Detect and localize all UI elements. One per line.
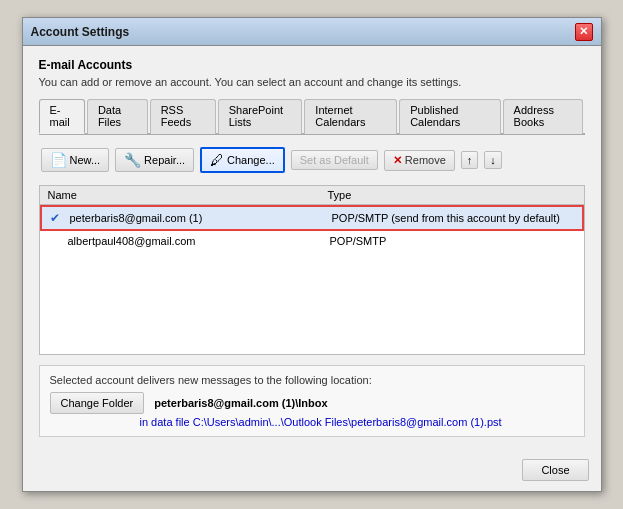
repair-button[interactable]: 🔧 Repair... — [115, 148, 194, 172]
data-file-path: in data file C:\Users\admin\...\Outlook … — [140, 416, 574, 428]
change-label: Change... — [227, 154, 275, 166]
window-title: Account Settings — [31, 25, 130, 39]
bottom-bar: Close — [23, 449, 601, 491]
remove-button[interactable]: ✕ Remove — [384, 150, 455, 171]
table-header: Name Type — [40, 186, 584, 205]
tab-sharepoint-lists[interactable]: SharePoint Lists — [218, 99, 303, 134]
tabs-row: E-mail Data Files RSS Feeds SharePoint L… — [39, 98, 585, 135]
section-title: E-mail Accounts — [39, 58, 585, 72]
table-row[interactable]: albertpaul408@gmail.com POP/SMTP — [40, 231, 584, 251]
column-type-header: Type — [328, 189, 576, 201]
tab-data-files[interactable]: Data Files — [87, 99, 148, 134]
accounts-table: Name Type ✔ peterbaris8@gmail.com (1) PO… — [39, 185, 585, 355]
move-down-button[interactable]: ↓ — [484, 151, 502, 169]
new-icon: 📄 — [50, 152, 67, 168]
tab-address-books[interactable]: Address Books — [503, 99, 583, 134]
set-default-label: Set as Default — [300, 154, 369, 166]
section-description: You can add or remove an account. You ca… — [39, 76, 585, 88]
repair-icon: 🔧 — [124, 152, 141, 168]
tab-published-calendars[interactable]: Published Calendars — [399, 99, 500, 134]
table-row[interactable]: ✔ peterbaris8@gmail.com (1) POP/SMTP (se… — [40, 205, 584, 231]
account-type-2: POP/SMTP — [330, 235, 576, 247]
close-button[interactable]: Close — [522, 459, 588, 481]
window-close-button[interactable]: ✕ — [575, 23, 593, 41]
remove-icon: ✕ — [393, 154, 402, 167]
tab-internet-calendars[interactable]: Internet Calendars — [304, 99, 397, 134]
change-icon: 🖊 — [210, 152, 224, 168]
new-button[interactable]: 📄 New... — [41, 148, 110, 172]
footer-main-row: Change Folder peterbaris8@gmail.com (1)\… — [50, 392, 574, 414]
account-type-1: POP/SMTP (send from this account by defa… — [332, 212, 574, 224]
change-folder-button[interactable]: Change Folder — [50, 392, 145, 414]
remove-label: Remove — [405, 154, 446, 166]
title-bar: Account Settings ✕ — [23, 18, 601, 46]
account-name-1: peterbaris8@gmail.com (1) — [70, 212, 332, 224]
set-default-button[interactable]: Set as Default — [291, 150, 378, 170]
tab-rss-feeds[interactable]: RSS Feeds — [150, 99, 216, 134]
repair-label: Repair... — [144, 154, 185, 166]
toolbar: 📄 New... 🔧 Repair... 🖊 Change... Set as … — [39, 143, 585, 177]
default-account-icon: ✔ — [50, 211, 66, 225]
column-name-header: Name — [48, 189, 328, 201]
account-name-2: albertpaul408@gmail.com — [68, 235, 330, 247]
new-label: New... — [70, 154, 101, 166]
account-settings-window: Account Settings ✕ E-mail Accounts You c… — [22, 17, 602, 492]
footer-section: Selected account delivers new messages t… — [39, 365, 585, 437]
window-body: E-mail Accounts You can add or remove an… — [23, 46, 601, 449]
change-button[interactable]: 🖊 Change... — [200, 147, 285, 173]
move-up-button[interactable]: ↑ — [461, 151, 479, 169]
inbox-path: peterbaris8@gmail.com (1)\Inbox — [154, 397, 327, 409]
footer-description: Selected account delivers new messages t… — [50, 374, 574, 386]
tab-email[interactable]: E-mail — [39, 99, 85, 134]
